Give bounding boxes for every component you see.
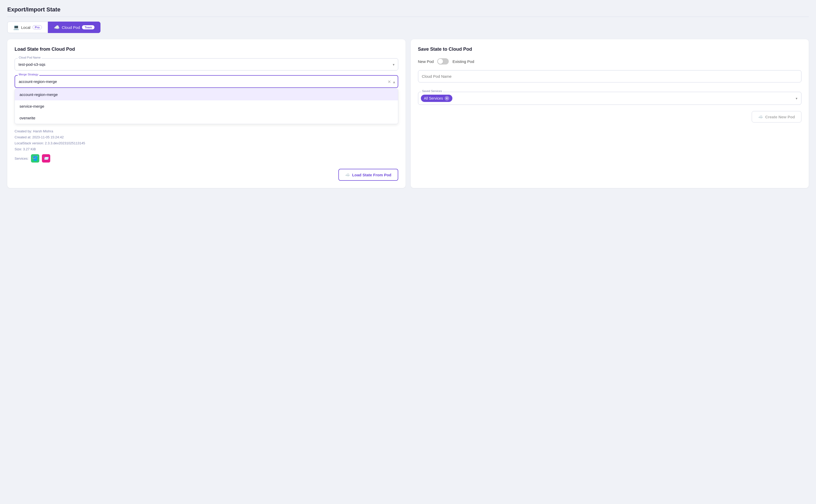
page-title: Export/Import State: [7, 6, 809, 17]
all-services-tag-close[interactable]: ✕: [445, 96, 449, 101]
merge-strategy-label: Merge Strategy: [18, 73, 39, 76]
tab-bar: 💻 Local Pro ☁️ Cloud Pod Team: [7, 22, 809, 33]
dropdown-item-service-merge[interactable]: service-merge: [15, 100, 398, 112]
service-icon-sqs: 📨: [42, 154, 50, 163]
save-card-title: Save State to Cloud Pod: [418, 47, 802, 52]
service-icon-s3: 🪣: [31, 154, 39, 163]
create-new-pod-label: Create New Pod: [765, 115, 795, 119]
cloud-pod-name-group: Cloud Pod Name test-pod-s3-sqs ▾: [15, 58, 398, 70]
dropdown-item-account-region-merge[interactable]: account-region-merge: [15, 89, 398, 100]
monitor-icon: 💻: [13, 24, 19, 30]
merge-strategy-input[interactable]: [15, 75, 398, 88]
existing-pod-label: Existing Pod: [452, 59, 474, 64]
cloud-pod-name-select[interactable]: test-pod-s3-sqs: [15, 58, 398, 70]
load-state-button[interactable]: ☁️ Load State From Pod: [338, 169, 398, 181]
upload-icon: ☁️: [345, 172, 350, 177]
save-card-footer: ☁️ Create New Pod: [418, 111, 802, 122]
save-cloud-pod-name-input[interactable]: [418, 70, 802, 82]
tab-cloud-pod-label: Cloud Pod: [62, 25, 80, 30]
team-badge: Team: [82, 25, 94, 29]
tab-local-label: Local: [21, 25, 30, 30]
main-grid: Load State from Cloud Pod Cloud Pod Name…: [7, 39, 809, 188]
all-services-tag-label: All Services: [424, 96, 443, 100]
meta-created-at: Created at: 2023-11-05 15:24:42: [15, 135, 398, 139]
load-card-title: Load State from Cloud Pod: [15, 47, 398, 52]
load-state-button-label: Load State From Pod: [352, 173, 391, 177]
new-pod-label: New Pod: [418, 59, 434, 64]
load-card-footer: ☁️ Load State From Pod: [15, 169, 398, 181]
toggle-knob: [438, 59, 443, 64]
load-state-card: Load State from Cloud Pod Cloud Pod Name…: [7, 39, 406, 188]
cloud-upload-icon: ☁️: [758, 114, 763, 119]
create-new-pod-button[interactable]: ☁️ Create New Pod: [752, 111, 801, 122]
saved-services-group: Saved Services All Services ✕ ▾: [418, 92, 802, 105]
save-cloud-pod-name-group: [418, 70, 802, 87]
pod-metadata: Created by: Harsh Mishra Created at: 202…: [15, 129, 398, 163]
toggle-row: New Pod Existing Pod: [418, 58, 802, 64]
services-row: Services: 🪣 📨: [15, 154, 398, 163]
meta-created-by: Created by: Harsh Mishra: [15, 129, 398, 133]
meta-localstack-version: LocalStack version: 2.3.3.dev20231025113…: [15, 141, 398, 145]
meta-size: Size: 3.27 KiB: [15, 147, 398, 151]
cloud-pod-name-label: Cloud Pod Name: [18, 56, 42, 59]
chevron-up-icon[interactable]: ▴: [393, 79, 395, 84]
save-state-card: Save State to Cloud Pod New Pod Existing…: [411, 39, 809, 188]
saved-services-select[interactable]: All Services ✕ ▾: [418, 92, 802, 105]
cloud-pod-name-select-wrapper: test-pod-s3-sqs ▾: [15, 58, 398, 70]
new-existing-toggle[interactable]: [437, 58, 449, 64]
all-services-tag: All Services ✕: [421, 95, 452, 102]
saved-services-chevron-icon: ▾: [796, 96, 798, 100]
merge-strategy-group: Merge Strategy ✕ ▴ account-region-merge …: [15, 75, 398, 124]
merge-strategy-dropdown: account-region-merge service-merge overw…: [15, 88, 398, 124]
services-label: Services:: [15, 157, 28, 160]
clear-icon[interactable]: ✕: [388, 79, 391, 84]
cloud-icon: ☁️: [54, 24, 60, 30]
input-action-buttons: ✕ ▴: [388, 79, 395, 84]
tab-cloud-pod[interactable]: ☁️ Cloud Pod Team: [48, 22, 100, 33]
pro-badge: Pro: [33, 25, 42, 29]
tab-local[interactable]: 💻 Local Pro: [7, 22, 48, 33]
saved-services-label: Saved Services: [421, 89, 443, 93]
dropdown-item-overwrite[interactable]: overwrite: [15, 112, 398, 124]
